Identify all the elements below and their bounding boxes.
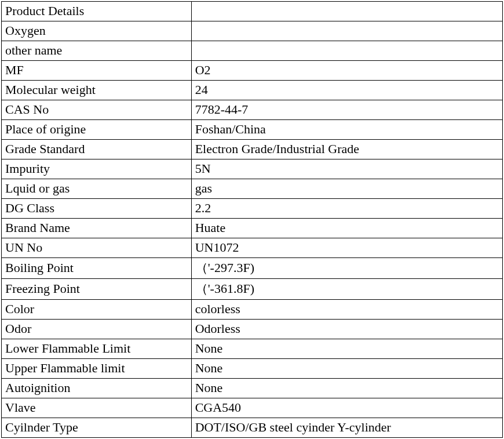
row-value: None — [191, 359, 502, 379]
table-row: Molecular weight 24 — [2, 81, 503, 100]
row-value: （'-361.8F) — [191, 279, 502, 300]
table-row: Color colorless — [2, 300, 503, 320]
row-value: Foshan/China — [191, 120, 502, 140]
row-label: Color — [2, 300, 192, 320]
table-body: Product Details Oxygen other name MF O2 … — [2, 2, 503, 438]
row-value: O2 — [191, 61, 502, 81]
row-label: other name — [2, 41, 192, 61]
row-value: colorless — [191, 300, 502, 320]
table-row: Oxygen — [2, 21, 503, 41]
row-label: Autoignition — [2, 379, 192, 398]
row-label: Upper Flammable limit — [2, 359, 192, 379]
row-label: Molecular weight — [2, 81, 192, 100]
row-label: Impurity — [2, 159, 192, 179]
row-value: CGA540 — [191, 398, 502, 418]
row-value: （'-297.3F) — [191, 258, 502, 279]
table-row: Lower Flammable Limit None — [2, 339, 503, 359]
table-row: Upper Flammable limit None — [2, 359, 503, 379]
table-row: Autoignition None — [2, 379, 503, 398]
row-label: CAS No — [2, 100, 192, 120]
row-label: Grade Standard — [2, 140, 192, 159]
row-label: UN No — [2, 238, 192, 258]
row-label: Lower Flammable Limit — [2, 339, 192, 359]
row-value: Huate — [191, 219, 502, 238]
table-row: Brand Name Huate — [2, 219, 503, 238]
row-label: Place of origine — [2, 120, 192, 140]
table-row: Vlave CGA540 — [2, 398, 503, 418]
product-details-table: Product Details Oxygen other name MF O2 … — [1, 1, 503, 438]
row-value — [191, 41, 502, 61]
row-label: Odor — [2, 320, 192, 339]
row-value: None — [191, 339, 502, 359]
row-value: 5N — [191, 159, 502, 179]
table-row: Product Details — [2, 2, 503, 21]
row-value: DOT/ISO/GB steel cyinder Y-cylinder — [191, 418, 502, 438]
table-row: Place of origine Foshan/China — [2, 120, 503, 140]
row-value: 24 — [191, 81, 502, 100]
row-label: DG Class — [2, 199, 192, 219]
row-value: gas — [191, 179, 502, 199]
row-value: Odorless — [191, 320, 502, 339]
row-label: Oxygen — [2, 21, 192, 41]
row-value: UN1072 — [191, 238, 502, 258]
row-value — [191, 2, 502, 21]
table-row: Odor Odorless — [2, 320, 503, 339]
table-row: CAS No 7782-44-7 — [2, 100, 503, 120]
table-row: MF O2 — [2, 61, 503, 81]
row-label: Lquid or gas — [2, 179, 192, 199]
row-value — [191, 21, 502, 41]
row-value: None — [191, 379, 502, 398]
row-label: Brand Name — [2, 219, 192, 238]
row-label: Vlave — [2, 398, 192, 418]
table-row: Grade Standard Electron Grade/Industrial… — [2, 140, 503, 159]
table-row: UN No UN1072 — [2, 238, 503, 258]
table-row: Lquid or gas gas — [2, 179, 503, 199]
table-row: other name — [2, 41, 503, 61]
row-label: Cyilnder Type — [2, 418, 192, 438]
table-row: Freezing Point （'-361.8F) — [2, 279, 503, 300]
table-row: Cyilnder Type DOT/ISO/GB steel cyinder Y… — [2, 418, 503, 438]
table-row: Boiling Point （'-297.3F) — [2, 258, 503, 279]
table-row: DG Class 2.2 — [2, 199, 503, 219]
row-value: Electron Grade/Industrial Grade — [191, 140, 502, 159]
row-label: MF — [2, 61, 192, 81]
row-value: 7782-44-7 — [191, 100, 502, 120]
row-label: Product Details — [2, 2, 192, 21]
table-row: Impurity 5N — [2, 159, 503, 179]
row-label: Boiling Point — [2, 258, 192, 279]
row-label: Freezing Point — [2, 279, 192, 300]
row-value: 2.2 — [191, 199, 502, 219]
